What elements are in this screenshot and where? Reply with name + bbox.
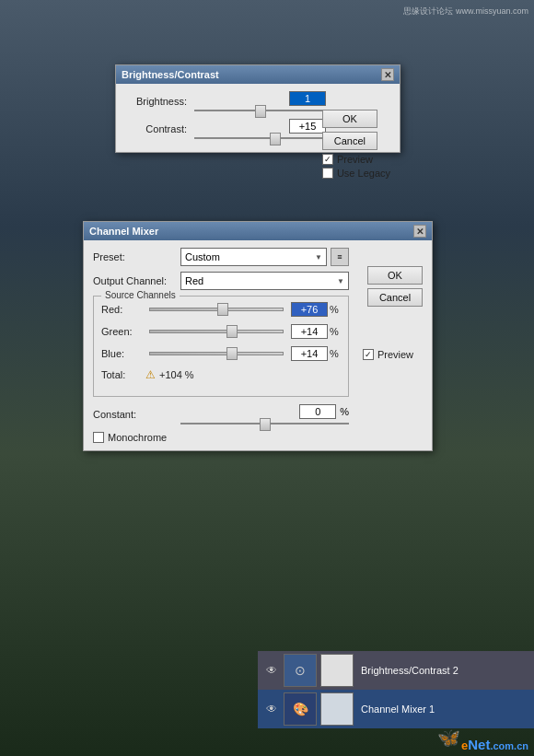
use-legacy-checkbox[interactable] (322, 168, 333, 179)
contrast-row: Contrast: (125, 119, 326, 139)
output-channel-value: Red (185, 275, 203, 286)
green-pct: % (328, 326, 341, 337)
brightness-slider[interactable] (194, 110, 326, 111)
green-slider[interactable] (149, 330, 284, 333)
cm-options: ✓ Preview (363, 349, 413, 360)
layer-item[interactable]: 👁 🎨 Channel Mixer 1 (258, 690, 534, 728)
total-label: Total: (101, 369, 145, 380)
bc-cancel-button[interactable]: Cancel (322, 132, 377, 150)
contrast-label: Contrast: (125, 123, 194, 134)
monochrome-label: Monochrome (108, 432, 167, 443)
layer-eye-icon[interactable]: 👁 (263, 662, 280, 679)
preview-label: Preview (337, 154, 373, 165)
preset-label: Preset: (93, 251, 180, 262)
layer-eye-icon[interactable]: 👁 (263, 701, 280, 717)
layer-name-cm: Channel Mixer 1 (357, 704, 528, 715)
blue-input[interactable] (291, 346, 328, 361)
use-legacy-row[interactable]: Use Legacy (322, 168, 390, 179)
total-row: Total: ⚠ +104 % (101, 368, 341, 381)
brightness-input[interactable] (289, 91, 326, 106)
bc-title: Brightness/Contrast (122, 69, 219, 80)
blue-label: Blue: (101, 348, 145, 359)
cm-preview-row[interactable]: ✓ Preview (363, 349, 413, 360)
bc-options: ✓ Preview Use Legacy (322, 154, 390, 179)
bc-titlebar[interactable]: Brightness/Contrast ✕ (116, 65, 400, 84)
constant-thumb[interactable] (260, 418, 271, 431)
red-label: Red: (101, 304, 145, 315)
constant-label: Constant: (93, 409, 180, 420)
constant-pct: % (340, 406, 349, 417)
preset-dropdown-arrow: ▼ (315, 253, 322, 262)
brightness-contrast-dialog: Brightness/Contrast ✕ Brightness: Contra… (115, 64, 400, 153)
red-row: Red: % (101, 302, 341, 317)
monochrome-row[interactable]: Monochrome (93, 432, 349, 443)
green-input[interactable] (291, 324, 328, 339)
cm-title: Channel Mixer (89, 226, 158, 237)
cm-cancel-button[interactable]: Cancel (367, 288, 423, 307)
contrast-thumb[interactable] (270, 133, 281, 145)
preset-menu-button[interactable]: ≡ (331, 248, 349, 266)
bc-close-button[interactable]: ✕ (381, 68, 394, 81)
bc-buttons: OK Cancel ✓ Preview Use Legacy (322, 110, 390, 179)
constant-input[interactable] (299, 404, 336, 419)
brightness-row: Brightness: (125, 91, 326, 111)
layer-thumb-icon-bc: ⊙ (295, 663, 306, 678)
use-legacy-label: Use Legacy (337, 168, 390, 179)
output-channel-dropdown[interactable]: Red ▼ (180, 272, 349, 290)
blue-pct: % (328, 348, 341, 359)
green-label: Green: (101, 326, 145, 337)
red-input[interactable] (291, 302, 328, 317)
bc-ok-button[interactable]: OK (322, 110, 377, 128)
layer-mask-cm (320, 692, 354, 726)
output-channel-label: Output Channel: (93, 275, 180, 286)
layer-name-bc: Brightness/Contrast 2 (357, 665, 528, 676)
brightness-thumb[interactable] (255, 105, 266, 118)
layers-panel: 👁 ⊙ Brightness/Contrast 2 👁 🎨 Channel Mi… (258, 651, 534, 728)
red-thumb[interactable] (217, 303, 228, 316)
cm-preview-checkbox[interactable]: ✓ (363, 349, 374, 360)
output-channel-arrow: ▼ (337, 277, 344, 285)
warning-icon: ⚠ (145, 368, 156, 381)
layer-item[interactable]: 👁 ⊙ Brightness/Contrast 2 (258, 651, 534, 690)
source-channels-label: Source Channels (101, 290, 180, 300)
preset-value: Custom (185, 251, 220, 262)
layer-mask-bc (320, 654, 354, 687)
monochrome-checkbox[interactable] (93, 432, 104, 443)
cm-buttons: OK Cancel ✓ Preview (367, 266, 423, 310)
cm-close-button[interactable]: ✕ (413, 225, 426, 238)
output-channel-row: Output Channel: Red ▼ (93, 272, 349, 290)
butterfly-icon: 🦋 (437, 727, 460, 749)
layer-thumb-icon-cm: 🎨 (293, 702, 308, 716)
channel-mixer-dialog: Channel Mixer ✕ Preset: Custom ▼ ≡ Outpu… (83, 221, 433, 451)
enet-net: Net (468, 737, 490, 752)
red-slider[interactable] (149, 308, 284, 311)
blue-thumb[interactable] (226, 347, 238, 360)
contrast-slider[interactable] (194, 137, 326, 139)
constant-row: Constant: % (93, 404, 349, 425)
cm-titlebar[interactable]: Channel Mixer ✕ (84, 222, 432, 240)
blue-slider[interactable] (149, 352, 284, 355)
brightness-label: Brightness: (125, 96, 194, 107)
contrast-input[interactable] (289, 119, 326, 134)
preset-dropdown[interactable]: Custom ▼ (180, 248, 327, 266)
enet-logo: eNet.com.cn (461, 737, 528, 752)
layer-thumb-cm: 🎨 (284, 692, 317, 726)
enet-suffix: .com.cn (490, 740, 528, 751)
total-value: +104 % (159, 369, 194, 380)
constant-slider[interactable] (180, 423, 349, 425)
layer-thumb-bc: ⊙ (284, 654, 317, 687)
preview-checkbox[interactable]: ✓ (322, 154, 333, 165)
blue-row: Blue: % (101, 346, 341, 361)
cm-preview-label: Preview (377, 349, 413, 360)
red-pct: % (328, 304, 341, 315)
green-thumb[interactable] (226, 325, 238, 338)
preset-row: Preset: Custom ▼ ≡ (93, 248, 349, 266)
source-channels-group: Source Channels Red: % Green: % (93, 296, 349, 397)
green-row: Green: % (101, 324, 341, 339)
cm-ok-button[interactable]: OK (367, 266, 423, 285)
watermark: 思缘设计论坛 www.missyuan.com (403, 6, 528, 17)
preview-row[interactable]: ✓ Preview (322, 154, 390, 165)
